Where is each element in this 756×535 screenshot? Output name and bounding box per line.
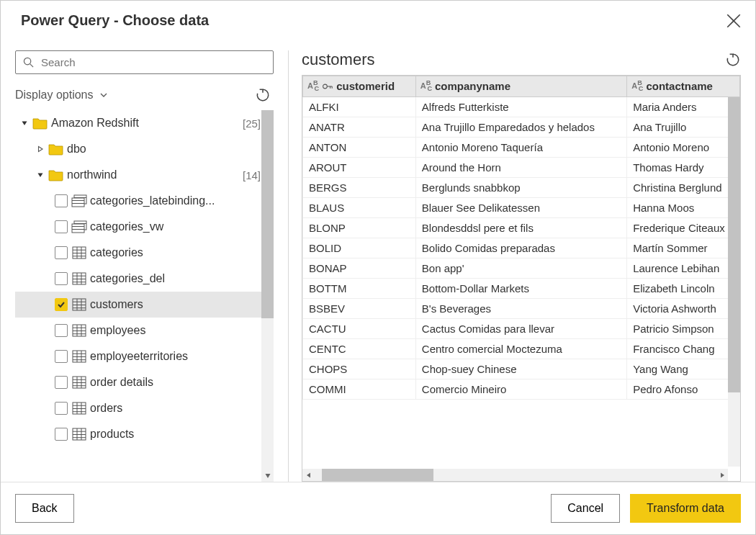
scroll-right-arrow-icon[interactable] [716,469,728,481]
grid-vertical-scrollbar[interactable] [728,97,740,467]
svg-marker-6 [38,174,43,178]
cell: CENTC [303,338,416,359]
checkbox[interactable] [55,246,68,259]
tree-node-root[interactable]: Amazon Redshift[25] [15,110,274,136]
caret-right-icon[interactable] [35,145,45,153]
transform-data-button[interactable]: Transform data [630,494,741,523]
svg-rect-9 [72,198,84,207]
window-title: Power Query - Choose data [21,12,209,29]
preview-title: customers [302,50,374,69]
tree-node-count: [14] [238,169,261,181]
back-button[interactable]: Back [15,494,74,523]
table-row[interactable]: CENTCCentro comercial MoctezumaFrancisco… [303,338,740,359]
tree-item-label: customers [90,298,261,311]
caret-down-icon[interactable] [19,120,30,127]
column-label: contactname [646,80,713,92]
svg-marker-4 [22,122,27,126]
close-icon[interactable] [726,14,741,28]
tree-item-label: categories_vw [90,220,261,233]
grid-horizontal-scrollbar[interactable] [302,469,728,481]
table-row[interactable]: BLAUSBlauer See DelikatessenHanna Moos [303,197,740,217]
checkbox[interactable] [55,194,68,207]
scroll-left-arrow-icon[interactable] [302,469,315,481]
table-icon [71,374,87,390]
tree-item-employees[interactable]: employees [15,318,274,343]
table-icon [71,400,87,416]
refresh-preview-button[interactable] [725,52,741,68]
cell: BONAP [303,258,416,278]
tree-item-label: categories_del [90,272,261,285]
checkbox[interactable] [55,324,68,337]
table-row[interactable]: ALFKIAlfreds FutterkisteMaria Anders [303,96,740,117]
cell: CHOPS [303,359,416,379]
svg-rect-14 [72,224,84,233]
view-icon [71,219,87,235]
tree-node-label: northwind [67,168,235,181]
checkbox[interactable] [55,350,68,363]
table-row[interactable]: ANTONAntonio Moreno TaqueríaAntonio More… [303,137,740,157]
display-options-button[interactable]: Display options [15,89,108,102]
checkbox[interactable] [55,298,68,311]
caret-down-icon[interactable] [35,171,45,179]
folder-icon [48,141,64,157]
search-box[interactable] [15,50,274,74]
nav-scrollbar[interactable] [261,110,274,482]
tree-item-label: categories [90,246,261,259]
table-row[interactable]: CHOPSChop-suey ChineseYang Wang [303,359,740,379]
cell: Antonio Moreno Taquería [415,137,626,157]
tree-item-categories[interactable]: categories [15,240,274,266]
cancel-button[interactable]: Cancel [551,494,620,523]
svg-marker-65 [266,474,271,478]
tree-node-dbo[interactable]: dbo [15,136,274,162]
tree-item-categories_latebinding-[interactable]: categories_latebinding... [15,188,274,214]
svg-marker-70 [307,472,310,477]
table-row[interactable]: BLONPBlondesddsl pere et filsFrederique … [303,217,740,238]
tree-item-label: products [90,428,261,441]
column-label: companyname [435,80,510,92]
table-row[interactable]: BOTTMBottom-Dollar MarketsElizabeth Linc… [303,278,740,298]
column-header-companyname[interactable]: ABCcompanyname [415,76,626,97]
table-row[interactable]: COMMIComercio MineiroPedro Afonso [303,379,740,399]
table-row[interactable]: BOLIDBolido Comidas preparadasMartín Som… [303,238,740,258]
table-row[interactable]: AROUTAround the HornThomas Hardy [303,157,740,177]
cell: Elizabeth Lincoln [627,278,740,298]
table-row[interactable]: CACTUCactus Comidas para llevarPatricio … [303,318,740,338]
tree-item-order-details[interactable]: order details [15,369,274,395]
tree-item-orders[interactable]: orders [15,395,274,421]
tree-item-employeeterritories[interactable]: employeeterritories [15,343,274,369]
column-header-contactname[interactable]: ABCcontactname [627,76,740,97]
cell: ANTON [303,137,416,157]
cell: BLAUS [303,197,416,217]
tree-item-label: employeeterritories [90,350,261,363]
cell: Frederique Citeaux [627,217,740,238]
preview-pane: customers ABCcustomeridABCcompanynameABC… [289,50,741,482]
table-row[interactable]: BONAPBon app'Laurence Lebihan [303,258,740,278]
tree-item-customers[interactable]: customers [15,292,274,318]
tree-item-products[interactable]: products [15,421,274,447]
checkbox[interactable] [55,402,68,415]
tree-node-northwind[interactable]: northwind[14] [15,162,274,188]
checkbox[interactable] [55,376,68,389]
cell: Comercio Mineiro [415,379,626,399]
cell: Thomas Hardy [627,157,740,177]
tree-node-label: dbo [67,143,261,156]
preview-grid[interactable]: ABCcustomeridABCcompanynameABCcontactnam… [302,75,741,482]
tree-item-categories_vw[interactable]: categories_vw [15,214,274,240]
scroll-down-arrow-icon[interactable] [264,472,271,480]
checkbox[interactable] [55,428,68,441]
table-row[interactable]: BSBEVB's BeveragesVictoria Ashworth [303,298,740,318]
svg-point-2 [24,58,30,64]
tree-node-count: [25] [238,117,261,130]
table-row[interactable]: ANATRAna Trujillo Emparedados y heladosA… [303,117,740,137]
chevron-down-icon [99,91,108,99]
table-row[interactable]: BERGSBerglunds snabbkopChristina Berglun… [303,177,740,197]
cell: Patricio Simpson [627,318,740,338]
checkbox[interactable] [55,220,68,233]
search-input[interactable] [40,55,266,69]
refresh-nav-button[interactable] [255,87,271,103]
checkbox[interactable] [55,272,68,285]
cell: Christina Berglund [627,177,740,197]
column-header-customerid[interactable]: ABCcustomerid [303,76,416,97]
tree-item-categories_del[interactable]: categories_del [15,266,274,292]
cell: Ana Trujillo [627,117,740,137]
